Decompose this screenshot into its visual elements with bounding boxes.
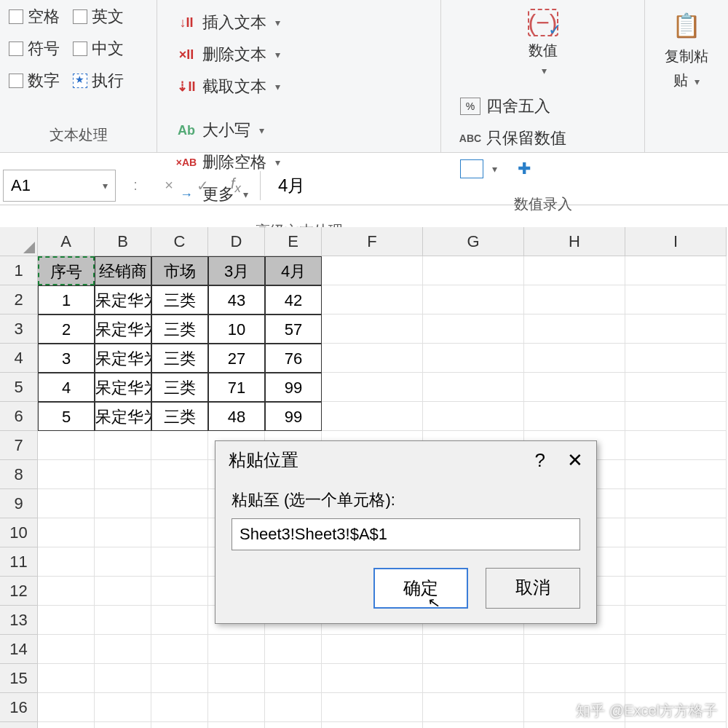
check-number[interactable]: 数字 <box>9 70 60 92</box>
row-header-6[interactable]: 6 <box>0 402 38 431</box>
cell-A11[interactable] <box>38 547 95 577</box>
cell-D6[interactable]: 48 <box>208 402 265 431</box>
row-header-11[interactable]: 11 <box>0 547 38 577</box>
cell-E5[interactable]: 99 <box>265 373 322 402</box>
cell-I5[interactable] <box>625 373 727 402</box>
cell-H14[interactable] <box>524 635 625 664</box>
cell-B11[interactable] <box>95 547 151 577</box>
cell-C14[interactable] <box>151 635 208 664</box>
cell-D3[interactable]: 10 <box>208 314 265 344</box>
column-header-A[interactable]: A <box>38 227 95 256</box>
column-header-B[interactable]: B <box>95 227 151 256</box>
cell-G6[interactable] <box>423 402 524 431</box>
cell-C4[interactable]: 三类 <box>151 344 208 373</box>
cell-A12[interactable] <box>38 577 95 606</box>
column-header-D[interactable]: D <box>208 227 265 256</box>
cell-D16[interactable] <box>208 693 265 722</box>
fx-icon[interactable]: fx <box>219 175 253 196</box>
cell-G5[interactable] <box>423 373 524 402</box>
cell-I8[interactable] <box>625 460 727 489</box>
column-header-F[interactable]: F <box>322 227 423 256</box>
cell-C16[interactable] <box>151 693 208 722</box>
delete-space-button[interactable]: ×AB删除空格▾ <box>176 151 422 173</box>
row-header-5[interactable]: 5 <box>0 373 38 402</box>
cell-F4[interactable] <box>322 344 423 373</box>
cell-G3[interactable] <box>423 314 524 344</box>
cell-I10[interactable] <box>625 518 727 547</box>
cell-I12[interactable] <box>625 577 727 606</box>
cell-I3[interactable] <box>625 314 727 344</box>
check-english[interactable]: 英文 <box>73 6 124 28</box>
cell-H2[interactable] <box>524 285 625 314</box>
row-header-14[interactable]: 14 <box>0 635 38 664</box>
cell-F2[interactable] <box>322 285 423 314</box>
cell-E4[interactable]: 76 <box>265 344 322 373</box>
row-header-10[interactable]: 10 <box>0 518 38 547</box>
cell-F6[interactable] <box>322 402 423 431</box>
cell-A14[interactable] <box>38 635 95 664</box>
cell-A5[interactable]: 4 <box>38 373 95 402</box>
cell-G14[interactable] <box>423 635 524 664</box>
cell-B16[interactable] <box>95 693 151 722</box>
check-execute[interactable]: 执行 <box>73 70 124 92</box>
cell-I1[interactable] <box>625 256 727 285</box>
cell-A8[interactable] <box>38 460 95 489</box>
cell-D2[interactable]: 43 <box>208 285 265 314</box>
cell-G1[interactable] <box>423 256 524 285</box>
cell-A17[interactable] <box>38 722 95 728</box>
cell-B3[interactable]: 呆定华为 <box>95 314 151 344</box>
select-all-corner[interactable] <box>0 227 38 256</box>
cell-B12[interactable] <box>95 577 151 606</box>
cell-A15[interactable] <box>38 664 95 693</box>
paste-target-input[interactable] <box>232 518 580 550</box>
cell-D5[interactable]: 71 <box>208 373 265 402</box>
cell-A7[interactable] <box>38 431 95 460</box>
cell-A9[interactable] <box>38 489 95 518</box>
cell-E1[interactable]: 4月 <box>265 256 322 285</box>
cell-D14[interactable] <box>208 635 265 664</box>
cell-G4[interactable] <box>423 344 524 373</box>
check-chinese[interactable]: 中文 <box>73 38 124 60</box>
cell-F5[interactable] <box>322 373 423 402</box>
cell-B8[interactable] <box>95 460 151 489</box>
cell-E3[interactable]: 57 <box>265 314 322 344</box>
cell-B17[interactable] <box>95 722 151 728</box>
cell-I2[interactable] <box>625 285 727 314</box>
cell-C3[interactable]: 三类 <box>151 314 208 344</box>
cell-B9[interactable] <box>95 489 151 518</box>
cell-F16[interactable] <box>322 693 423 722</box>
check-symbol[interactable]: 符号 <box>9 38 60 60</box>
cell-A4[interactable]: 3 <box>38 344 95 373</box>
cell-I6[interactable] <box>625 402 727 431</box>
column-header-H[interactable]: H <box>524 227 625 256</box>
cell-H6[interactable] <box>524 402 625 431</box>
cell-B13[interactable] <box>95 606 151 635</box>
cell-G15[interactable] <box>423 664 524 693</box>
cell-B14[interactable] <box>95 635 151 664</box>
cell-C10[interactable] <box>151 518 208 547</box>
cell-F14[interactable] <box>322 635 423 664</box>
row-header-15[interactable]: 15 <box>0 664 38 693</box>
row-header-17[interactable]: 17 <box>0 722 38 728</box>
help-icon[interactable]: ? <box>535 449 545 472</box>
cell-B1[interactable]: 经销商 <box>95 256 151 285</box>
copy-paste-button[interactable]: 📋 复制粘 贴 ▾ <box>657 6 716 93</box>
cell-D17[interactable] <box>208 722 265 728</box>
cell-D4[interactable]: 27 <box>208 344 265 373</box>
cell-F17[interactable] <box>322 722 423 728</box>
cell-D1[interactable]: 3月 <box>208 256 265 285</box>
cancel-icon[interactable]: × <box>152 177 186 194</box>
cell-B5[interactable]: 呆定华为 <box>95 373 151 402</box>
row-header-2[interactable]: 2 <box>0 285 38 314</box>
cell-G16[interactable] <box>423 693 524 722</box>
cell-C7[interactable] <box>151 431 208 460</box>
cell-I7[interactable] <box>625 431 727 460</box>
cell-A16[interactable] <box>38 693 95 722</box>
insert-text-button[interactable]: ↓II插入文本▾ <box>176 12 422 33</box>
cell-A2[interactable]: 1 <box>38 285 95 314</box>
cell-E6[interactable]: 99 <box>265 402 322 431</box>
cell-C5[interactable]: 三类 <box>151 373 208 402</box>
row-header-16[interactable]: 16 <box>0 693 38 722</box>
row-header-4[interactable]: 4 <box>0 344 38 373</box>
cell-C1[interactable]: 市场 <box>151 256 208 285</box>
